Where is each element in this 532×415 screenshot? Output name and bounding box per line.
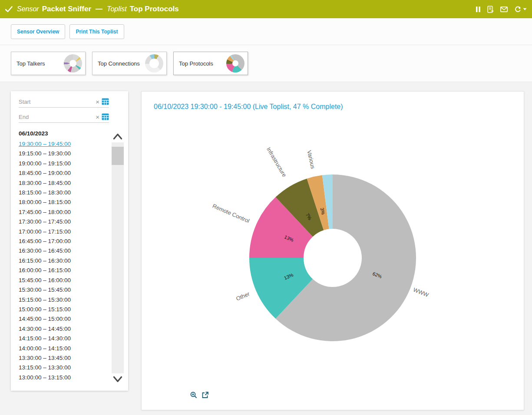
breadcrumb-sensor-name[interactable]: Packet Sniffer [42,5,91,13]
toplist-tabs-row: Top Talkers Top Connections Top Protocol… [0,45,532,82]
time-range-item[interactable]: 14:15:00 – 14:30:00 [19,334,111,343]
date-header: 06/10/2023 [19,130,111,137]
header-action-icons [476,6,527,13]
time-range-list: 19:30:00 – 19:45:0019:15:00 – 19:30:0019… [19,139,111,382]
timeframe-sidebar: × × 06/10/2023 19:30:00 – 19:45:0019:15:… [11,91,128,391]
breadcrumb-separator: — [96,5,102,13]
top-connections-chart-icon [145,54,163,72]
toolbar-row: Sensor Overview Print This Toplist [0,18,532,45]
time-range-item[interactable]: 15:45:00 – 16:00:00 [19,276,111,285]
slice-name-label: Other [235,290,251,302]
top-talkers-chart-icon [64,54,82,72]
time-range-item[interactable]: 13:00:00 – 13:15:00 [19,373,111,382]
time-range-item[interactable]: 17:00:00 – 17:15:00 [19,227,111,237]
print-toplist-button[interactable]: Print This Toplist [69,24,124,39]
time-range-item[interactable]: 13:30:00 – 13:45:00 [19,353,111,363]
breadcrumb-sensor-label: Sensor [17,5,39,13]
breadcrumb-toplist-label: Toplist [107,5,127,13]
time-range-item[interactable]: 15:15:00 – 15:30:00 [19,295,111,305]
start-date-row: × [19,98,109,108]
zoom-in-icon[interactable] [190,392,197,399]
sensor-overview-button[interactable]: Sensor Overview [11,24,65,39]
time-range-section: 06/10/2023 19:30:00 – 19:45:0019:15:00 –… [19,130,124,385]
pause-icon[interactable] [476,6,481,13]
tab-top-connections[interactable]: Top Connections [92,52,167,75]
end-date-row: × [19,113,109,123]
time-range-item[interactable]: 18:45:00 – 19:00:00 [19,168,111,178]
time-range-item[interactable]: 19:15:00 – 19:30:00 [19,149,111,158]
chart-title: 06/10/2023 19:30:00 - 19:45:00 (Live Top… [142,92,524,111]
time-range-item[interactable]: 16:30:00 – 16:45:00 [19,246,111,256]
scrollbar-track[interactable] [112,142,124,373]
tab-top-protocols-label: Top Protocols [179,60,213,67]
page-title: Top Protocols [130,5,179,13]
time-range-item[interactable]: 14:00:00 – 14:15:00 [19,344,111,353]
top-header-bar: Sensor Packet Sniffer — Toplist Top Prot… [0,0,532,18]
time-range-item[interactable]: 18:15:00 – 18:30:00 [19,188,111,198]
time-range-item[interactable]: 17:30:00 – 17:45:00 [19,217,111,227]
end-clear-icon[interactable]: × [96,114,99,120]
email-envelope-icon[interactable] [500,7,508,12]
start-clear-icon[interactable]: × [96,99,99,105]
top-protocols-chart-icon [226,54,245,72]
refresh-caret-icon [523,8,527,10]
time-range-item[interactable]: 15:00:00 – 15:15:00 [19,305,111,314]
scrollbar-thumb[interactable] [112,147,124,165]
time-range-item[interactable]: 15:30:00 – 15:45:00 [19,285,111,295]
time-range-item[interactable]: 19:30:00 – 19:45:00 [19,139,111,149]
time-range-item[interactable]: 16:45:00 – 17:00:00 [19,237,111,246]
tab-top-connections-label: Top Connections [98,60,140,67]
tab-top-protocols[interactable]: Top Protocols [173,52,248,75]
end-calendar-icon[interactable] [102,113,109,120]
tab-top-talkers[interactable]: Top Talkers [11,52,86,75]
time-range-item[interactable]: 14:45:00 – 15:00:00 [19,314,111,324]
time-list-scrollbar [112,130,124,385]
top-protocols-donut-chart: 62%WWW13%Other13%Remote Control7%Infrast… [142,112,524,395]
start-calendar-icon[interactable] [102,98,109,105]
time-range-item[interactable]: 18:00:00 – 18:15:00 [19,198,111,207]
slice-name-label: Remote Control [211,203,251,224]
end-date-input[interactable] [19,114,96,120]
chart-actions [190,392,208,399]
time-range-item[interactable]: 13:15:00 – 13:30:00 [19,363,111,372]
time-range-item[interactable]: 19:00:00 – 19:15:00 [19,159,111,168]
report-export-icon[interactable] [487,6,494,13]
slice-name-label: WWW [412,287,430,299]
scroll-down-icon[interactable] [112,373,124,385]
slice-name-label: Various [306,150,316,170]
slice-name-label: Infrastructure [265,146,288,178]
open-external-icon[interactable] [202,392,208,399]
toplist-chart-panel: 06/10/2023 19:30:00 - 19:45:00 (Live Top… [141,91,524,410]
scroll-up-icon[interactable] [112,130,124,142]
time-range-item[interactable]: 16:00:00 – 16:15:00 [19,266,111,275]
time-range-item[interactable]: 18:30:00 – 18:45:00 [19,178,111,188]
time-range-item[interactable]: 16:15:00 – 16:30:00 [19,256,111,266]
sensor-status-check-icon [5,6,13,12]
time-range-item[interactable]: 17:45:00 – 18:00:00 [19,208,111,217]
tab-top-talkers-label: Top Talkers [17,60,45,67]
time-range-item[interactable]: 14:30:00 – 14:45:00 [19,324,111,334]
start-date-input[interactable] [19,99,96,105]
refresh-icon[interactable] [514,6,527,13]
